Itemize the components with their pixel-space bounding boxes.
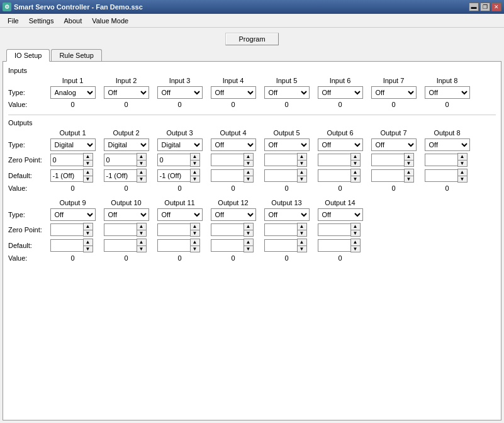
minimize-button[interactable]: ▬ (469, 3, 479, 11)
output7-default-input[interactable] (371, 169, 404, 182)
output10-zeropoint-up[interactable]: ▲ (137, 223, 146, 230)
output12-zeropoint-input[interactable] (211, 223, 244, 236)
output4-default-input[interactable] (211, 169, 244, 182)
output11-zeropoint-down[interactable]: ▼ (191, 230, 199, 236)
tab-rule-setup[interactable]: Rule Setup (51, 49, 101, 61)
menu-settings[interactable]: Settings (24, 16, 59, 26)
output11-default-up[interactable]: ▲ (191, 239, 199, 245)
output1-default-down[interactable]: ▼ (84, 176, 92, 182)
output7-type[interactable]: OffDigitalServoAnalog (371, 138, 417, 151)
output11-default-input[interactable] (157, 239, 190, 252)
output2-default-up[interactable]: ▲ (137, 169, 146, 176)
output8-default-input[interactable] (425, 169, 457, 182)
output12-default-input[interactable] (211, 239, 244, 252)
tab-io-setup[interactable]: IO Setup (6, 49, 50, 62)
menu-value-mode[interactable]: Value Mode (87, 16, 133, 26)
output13-default-down[interactable]: ▼ (298, 245, 306, 252)
output10-type[interactable]: OffDigitalServoAnalog (104, 208, 149, 221)
program-button[interactable]: Program (225, 33, 278, 45)
output4-default-up[interactable]: ▲ (244, 169, 253, 176)
output3-default-down[interactable]: ▼ (191, 176, 199, 182)
output7-zeropoint-up[interactable]: ▲ (405, 154, 413, 160)
output3-default-up[interactable]: ▲ (191, 169, 199, 176)
input3-type[interactable]: OffAnalogDigital (157, 86, 203, 99)
output3-default-input[interactable] (157, 169, 190, 182)
output2-type[interactable]: DigitalOffServoAnalog (104, 138, 149, 151)
output13-type[interactable]: OffDigitalServoAnalog (264, 208, 310, 221)
input8-type[interactable]: OffAnalogDigital (425, 86, 470, 99)
output13-zeropoint-input[interactable] (264, 223, 297, 236)
output1-zeropoint-down[interactable]: ▼ (84, 160, 92, 166)
output2-default-down[interactable]: ▼ (137, 176, 146, 182)
output5-zeropoint-input[interactable] (264, 154, 297, 166)
output10-zeropoint-input[interactable] (104, 223, 137, 236)
output2-zeropoint-down[interactable]: ▼ (137, 160, 146, 166)
output4-zeropoint-up[interactable]: ▲ (244, 154, 253, 160)
output4-type[interactable]: OffDigitalServoAnalog (211, 138, 256, 151)
output6-zeropoint-input[interactable] (318, 154, 350, 166)
menu-about[interactable]: About (59, 16, 87, 26)
output7-default-up[interactable]: ▲ (405, 169, 413, 176)
output14-default-up[interactable]: ▲ (351, 239, 360, 245)
output11-zeropoint-up[interactable]: ▲ (191, 223, 199, 230)
output11-zeropoint-input[interactable] (157, 223, 190, 236)
input6-type[interactable]: OffAnalogDigital (318, 86, 363, 99)
output5-default-up[interactable]: ▲ (298, 169, 306, 176)
output2-zeropoint-input[interactable] (104, 154, 137, 166)
output7-default-down[interactable]: ▼ (405, 176, 413, 182)
output1-type[interactable]: DigitalOffServoAnalog (50, 138, 96, 151)
output9-zeropoint-down[interactable]: ▼ (84, 230, 92, 236)
output4-zeropoint-input[interactable] (211, 154, 244, 166)
output6-default-up[interactable]: ▲ (351, 169, 360, 176)
output10-default-down[interactable]: ▼ (137, 245, 146, 252)
output14-default-down[interactable]: ▼ (351, 245, 360, 252)
output11-default-down[interactable]: ▼ (191, 245, 199, 252)
output13-zeropoint-up[interactable]: ▲ (298, 223, 306, 230)
output8-zeropoint-input[interactable] (425, 154, 457, 166)
output6-zeropoint-down[interactable]: ▼ (351, 160, 360, 166)
output12-default-up[interactable]: ▲ (244, 239, 253, 245)
output3-type[interactable]: DigitalOffServoAnalog (157, 138, 203, 151)
output7-zeropoint-down[interactable]: ▼ (405, 160, 413, 166)
input2-type[interactable]: OffAnalogDigital (104, 86, 149, 99)
output12-default-down[interactable]: ▼ (244, 245, 253, 252)
output12-type[interactable]: OffDigitalServoAnalog (211, 208, 256, 221)
output4-default-down[interactable]: ▼ (244, 176, 253, 182)
input4-type[interactable]: OffAnalogDigital (211, 86, 256, 99)
output2-zeropoint-up[interactable]: ▲ (137, 154, 146, 160)
output2-default-input[interactable] (104, 169, 137, 182)
output10-zeropoint-down[interactable]: ▼ (137, 230, 146, 236)
output8-zeropoint-down[interactable]: ▼ (458, 160, 467, 166)
output3-zeropoint-input[interactable] (157, 154, 190, 166)
output3-zeropoint-down[interactable]: ▼ (191, 160, 199, 166)
output9-default-down[interactable]: ▼ (84, 245, 92, 252)
input5-type[interactable]: OffAnalogDigital (264, 86, 310, 99)
output4-zeropoint-down[interactable]: ▼ (244, 160, 253, 166)
output5-type[interactable]: OffDigitalServoAnalog (264, 138, 310, 151)
output8-default-up[interactable]: ▲ (458, 169, 467, 176)
output3-zeropoint-up[interactable]: ▲ (191, 154, 199, 160)
close-button[interactable]: ✕ (491, 3, 501, 11)
output9-type[interactable]: OffDigitalServoAnalog (50, 208, 96, 221)
output6-zeropoint-up[interactable]: ▲ (351, 154, 360, 160)
output10-default-input[interactable] (104, 239, 137, 252)
output14-default-input[interactable] (318, 239, 350, 252)
output1-default-input[interactable] (50, 169, 83, 182)
output6-default-down[interactable]: ▼ (351, 176, 360, 182)
output14-type[interactable]: OffDigitalServoAnalog (318, 208, 363, 221)
output11-type[interactable]: OffDigitalServoAnalog (157, 208, 203, 221)
output9-default-up[interactable]: ▲ (84, 239, 92, 245)
restore-button[interactable]: ❐ (480, 3, 490, 11)
output1-zeropoint-input[interactable] (50, 154, 83, 166)
output6-default-input[interactable] (318, 169, 350, 182)
input7-type[interactable]: OffAnalogDigital (371, 86, 417, 99)
output1-default-up[interactable]: ▲ (84, 169, 92, 176)
output14-zeropoint-up[interactable]: ▲ (351, 223, 360, 230)
output13-zeropoint-down[interactable]: ▼ (298, 230, 306, 236)
input1-type[interactable]: AnalogOffDigital (50, 86, 96, 99)
output12-zeropoint-down[interactable]: ▼ (244, 230, 253, 236)
output14-zeropoint-down[interactable]: ▼ (351, 230, 360, 236)
output9-zeropoint-up[interactable]: ▲ (84, 223, 92, 230)
output5-default-down[interactable]: ▼ (298, 176, 306, 182)
output6-type[interactable]: OffDigitalServoAnalog (318, 138, 363, 151)
